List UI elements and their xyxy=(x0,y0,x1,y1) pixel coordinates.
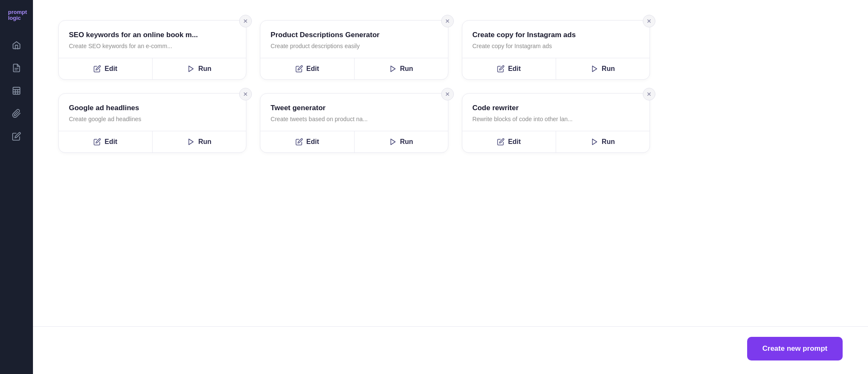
run-icon xyxy=(389,65,397,73)
run-label: Run xyxy=(198,138,211,146)
run-icon xyxy=(389,138,397,146)
logo-text-line1: prompt xyxy=(8,9,27,15)
card-body: Google ad headlines Create google ad hea… xyxy=(59,94,246,122)
run-icon xyxy=(187,138,195,146)
edit-label: Edit xyxy=(306,138,319,146)
card-description: Create copy for Instagram ads xyxy=(472,43,639,49)
edit-label: Edit xyxy=(104,65,117,73)
sidebar-item-table[interactable] xyxy=(7,81,26,100)
sidebar: prompt logic xyxy=(0,0,33,374)
card-description: Create tweets based on product na... xyxy=(270,116,437,122)
document-icon xyxy=(12,63,21,73)
sidebar-item-attachment[interactable] xyxy=(7,104,26,123)
card-actions: Edit Run xyxy=(462,131,650,152)
edit-icon xyxy=(497,138,505,146)
run-icon xyxy=(187,65,195,73)
card-title: Google ad headlines xyxy=(69,104,236,112)
card-title: Create copy for Instagram ads xyxy=(472,31,639,39)
edit-button[interactable]: Edit xyxy=(462,131,556,152)
run-label: Run xyxy=(400,65,413,73)
card-close-button[interactable]: ✕ xyxy=(239,88,252,100)
card-actions: Edit Run xyxy=(260,58,448,79)
sidebar-item-home[interactable] xyxy=(7,35,26,55)
prompt-card-5: ✕ Tweet generator Create tweets based on… xyxy=(260,93,448,153)
edit-icon xyxy=(497,65,505,73)
card-close-button[interactable]: ✕ xyxy=(441,88,454,100)
logo-text-line2: logic xyxy=(8,15,21,21)
run-icon xyxy=(591,138,598,146)
card-actions: Edit Run xyxy=(59,58,246,79)
svg-rect-2 xyxy=(13,87,20,95)
logo: prompt logic xyxy=(6,7,27,24)
card-title: Product Descriptions Generator xyxy=(270,31,437,39)
run-button[interactable]: Run xyxy=(556,131,650,152)
prompt-card-2: ✕ Product Descriptions Generator Create … xyxy=(260,20,448,80)
card-actions: Edit Run xyxy=(59,131,246,152)
edit-icon xyxy=(93,138,101,146)
svg-marker-10 xyxy=(189,139,194,145)
svg-marker-12 xyxy=(592,139,597,145)
edit-icon xyxy=(295,138,303,146)
prompt-card-6: ✕ Code rewriter Rewrite blocks of code i… xyxy=(462,93,650,153)
svg-marker-7 xyxy=(189,66,194,72)
run-label: Run xyxy=(602,138,615,146)
prompt-card-3: ✕ Create copy for Instagram ads Create c… xyxy=(462,20,650,80)
sidebar-item-document[interactable] xyxy=(7,58,26,78)
run-button[interactable]: Run xyxy=(152,131,246,152)
card-body: SEO keywords for an online book m... Cre… xyxy=(59,21,246,49)
table-icon xyxy=(12,86,21,95)
card-body: Code rewriter Rewrite blocks of code int… xyxy=(462,94,650,122)
attachment-icon xyxy=(12,109,21,118)
edit-button[interactable]: Edit xyxy=(462,58,556,79)
run-label: Run xyxy=(602,65,615,73)
main-content: ✕ SEO keywords for an online book m... C… xyxy=(33,0,868,374)
prompt-card-1: ✕ SEO keywords for an online book m... C… xyxy=(58,20,246,80)
card-body: Product Descriptions Generator Create pr… xyxy=(260,21,448,49)
prompt-card-4: ✕ Google ad headlines Create google ad h… xyxy=(58,93,246,153)
card-title: Code rewriter xyxy=(472,104,639,112)
card-actions: Edit Run xyxy=(462,58,650,79)
edit-icon xyxy=(295,65,303,73)
svg-marker-8 xyxy=(390,66,395,72)
edit-button[interactable]: Edit xyxy=(59,58,152,79)
run-button[interactable]: Run xyxy=(354,58,448,79)
sidebar-nav xyxy=(0,35,33,146)
create-new-prompt-button[interactable]: Create new prompt xyxy=(747,337,843,360)
card-close-button[interactable]: ✕ xyxy=(643,15,655,27)
sidebar-item-edit[interactable] xyxy=(7,127,26,146)
content-area: ✕ SEO keywords for an online book m... C… xyxy=(33,0,868,326)
run-button[interactable]: Run xyxy=(354,131,448,152)
card-close-button[interactable]: ✕ xyxy=(643,88,655,100)
card-body: Create copy for Instagram ads Create cop… xyxy=(462,21,650,49)
card-close-button[interactable]: ✕ xyxy=(239,15,252,27)
edit-label: Edit xyxy=(508,65,521,73)
footer: Create new prompt xyxy=(33,326,868,374)
svg-marker-11 xyxy=(390,139,395,145)
card-description: Create product descriptions easily xyxy=(270,43,437,49)
edit-label: Edit xyxy=(306,65,319,73)
pencil-icon xyxy=(12,132,21,141)
card-description: Rewrite blocks of code into other lan... xyxy=(472,116,639,122)
edit-button[interactable]: Edit xyxy=(59,131,152,152)
card-title: Tweet generator xyxy=(270,104,437,112)
run-button[interactable]: Run xyxy=(152,58,246,79)
svg-marker-9 xyxy=(592,66,597,72)
cards-grid: ✕ SEO keywords for an online book m... C… xyxy=(58,20,650,153)
edit-button[interactable]: Edit xyxy=(260,131,354,152)
home-icon xyxy=(12,41,21,50)
edit-label: Edit xyxy=(104,138,117,146)
edit-icon xyxy=(93,65,101,73)
edit-button[interactable]: Edit xyxy=(260,58,354,79)
card-body: Tweet generator Create tweets based on p… xyxy=(260,94,448,122)
run-label: Run xyxy=(400,138,413,146)
run-icon xyxy=(591,65,598,73)
run-label: Run xyxy=(198,65,211,73)
card-description: Create SEO keywords for an e-comm... xyxy=(69,43,236,49)
card-actions: Edit Run xyxy=(260,131,448,152)
edit-label: Edit xyxy=(508,138,521,146)
card-close-button[interactable]: ✕ xyxy=(441,15,454,27)
card-title: SEO keywords for an online book m... xyxy=(69,31,236,39)
run-button[interactable]: Run xyxy=(556,58,650,79)
card-description: Create google ad headlines xyxy=(69,116,236,122)
